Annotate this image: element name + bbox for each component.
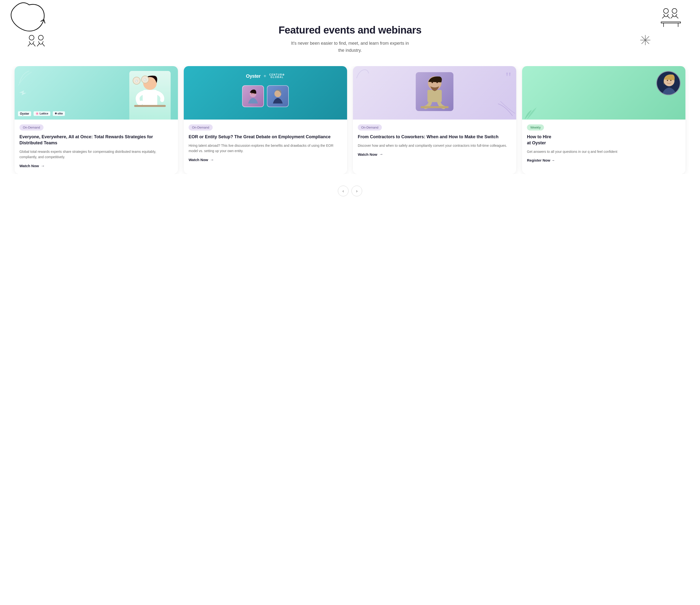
arrow-icon-1: → xyxy=(41,164,45,168)
card-3-desc: Discover how and when to safely and comp… xyxy=(358,143,511,148)
card-4-cta-text: Register Now → xyxy=(527,158,555,162)
card-1: 🕐 🕑 Oyster 🌸 Lattice ❄ slite On-Demand xyxy=(15,66,178,174)
header-section: Featured events and webinars It's never … xyxy=(0,10,700,66)
card-2: Oyster + CENTUR⚙ GLOBAL xyxy=(184,66,347,174)
svg-point-23 xyxy=(670,80,672,81)
svg-text:🕐: 🕐 xyxy=(135,80,138,82)
card-4-cta[interactable]: Register Now → xyxy=(527,158,555,162)
cards-container: 🕐 🕑 Oyster 🌸 Lattice ❄ slite On-Demand xyxy=(0,66,700,174)
svg-rect-6 xyxy=(143,90,157,107)
page-wrapper: Featured events and webinars It's never … xyxy=(0,0,700,605)
nav-arrows: ‹ › xyxy=(0,186,700,196)
card-1-desc: Global total rewards experts share strat… xyxy=(20,149,173,160)
card-1-body: On-Demand Everyone, Everywhere, All at O… xyxy=(15,120,178,174)
logo-oyster-1: Oyster xyxy=(18,111,31,116)
svg-point-22 xyxy=(667,80,668,81)
next-button[interactable]: › xyxy=(351,186,362,196)
card-1-cta[interactable]: Watch Now → xyxy=(20,164,45,168)
card-3-image: " xyxy=(353,66,516,120)
plus-icon: + xyxy=(264,73,267,79)
card-4-body: Weekly How to Hireat Oyster Get answers … xyxy=(522,120,685,169)
badge-1: On-Demand xyxy=(20,124,44,130)
prev-button[interactable]: ‹ xyxy=(338,186,349,196)
svg-point-14 xyxy=(254,93,255,94)
badge-4: Weekly xyxy=(527,124,544,130)
badge-2: On-Demand xyxy=(189,124,213,130)
svg-rect-7 xyxy=(134,105,166,107)
page-title: Featured events and webinars xyxy=(5,24,695,36)
arrow-icon-3: → xyxy=(379,152,383,156)
card-4-title: How to Hireat Oyster xyxy=(527,134,680,146)
svg-rect-18 xyxy=(421,106,449,108)
logo-lattice: 🌸 Lattice xyxy=(33,111,50,116)
badge-3: On-Demand xyxy=(358,124,382,130)
svg-point-20 xyxy=(436,82,438,83)
card-1-title: Everyone, Everywhere, All at Once: Total… xyxy=(20,134,173,146)
card-3-body: On-Demand From Contractors to Coworkers:… xyxy=(353,120,516,162)
card-2-cta[interactable]: Watch Now → xyxy=(189,158,214,162)
svg-point-19 xyxy=(432,82,433,83)
arrow-icon-2: → xyxy=(210,158,214,162)
card-4-desc: Get answers to all your questions in our… xyxy=(527,149,680,154)
svg-text:🕑: 🕑 xyxy=(144,78,146,81)
card-2-body: On-Demand EOR or Entity Setup? The Great… xyxy=(184,120,347,168)
card-3-cta[interactable]: Watch Now → xyxy=(358,152,383,156)
speaker-photo-1 xyxy=(242,85,264,107)
card-3-title: From Contractors to Coworkers: When and … xyxy=(358,134,511,140)
svg-point-13 xyxy=(251,93,252,94)
card-4-image xyxy=(522,66,685,120)
card-2-title: EOR or Entity Setup? The Great Debate on… xyxy=(189,134,342,140)
card-3: " xyxy=(353,66,516,174)
header-subtitle: It's never been easier to find, meet, an… xyxy=(289,40,411,54)
speaker-photo-2 xyxy=(267,85,289,107)
svg-rect-17 xyxy=(428,90,442,102)
card-2-desc: Hiring talent abroad? This live discussi… xyxy=(189,143,342,154)
card-4: Weekly How to Hireat Oyster Get answers … xyxy=(522,66,685,174)
card2-brand1: Oyster xyxy=(246,73,260,79)
card2-brand2-bottom: GLOBAL xyxy=(271,76,284,78)
logo-slite: ❄ slite xyxy=(53,111,65,116)
card-2-image: Oyster + CENTUR⚙ GLOBAL xyxy=(184,66,347,120)
card-1-image: 🕐 🕑 Oyster 🌸 Lattice ❄ slite xyxy=(15,66,178,120)
